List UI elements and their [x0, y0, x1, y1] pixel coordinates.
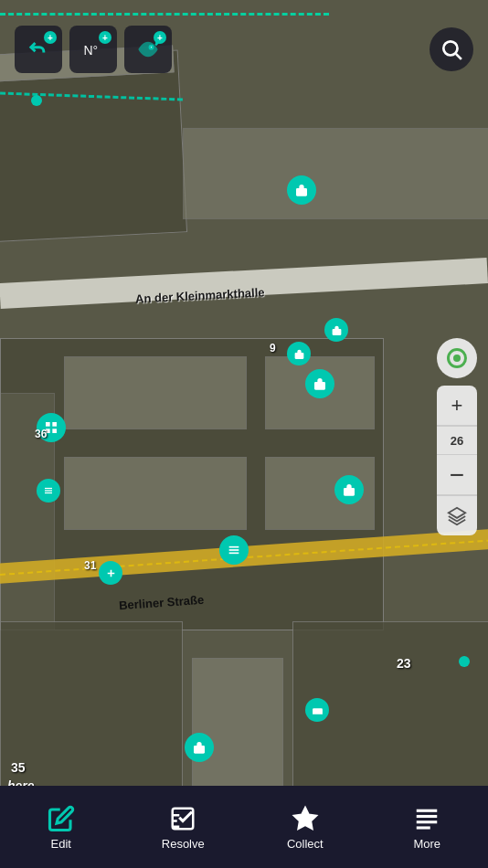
node-add-badge: [99, 31, 111, 44]
svg-point-18: [150, 46, 154, 49]
bottom-navigation: Edit Resolve Collect: [0, 786, 488, 868]
svg-point-19: [443, 41, 457, 55]
marker-label-23: 23: [397, 656, 411, 671]
map-marker-6[interactable]: [37, 479, 60, 503]
toolbar-left-buttons: N°: [15, 26, 172, 73]
svg-rect-2: [332, 328, 341, 334]
map-marker-8[interactable]: [219, 535, 249, 565]
svg-rect-1: [294, 352, 303, 358]
map-marker-9[interactable]: [99, 561, 122, 585]
map-marker-7[interactable]: [334, 475, 364, 504]
zoom-level-display: 26: [437, 426, 477, 455]
shape-add-badge: [154, 31, 166, 44]
svg-rect-7: [52, 429, 57, 433]
map-marker-2[interactable]: [287, 342, 311, 365]
svg-rect-4: [46, 422, 50, 427]
more-icon: [412, 804, 441, 833]
edit-icon: [47, 804, 76, 833]
svg-rect-15: [314, 709, 316, 711]
marker-label-9: 9: [270, 342, 276, 355]
zoom-out-button[interactable]: −: [437, 455, 477, 495]
top-toolbar: N°: [0, 26, 488, 73]
collect-label: Collect: [287, 837, 324, 851]
svg-marker-21: [449, 507, 465, 517]
map-marker-12[interactable]: [185, 733, 214, 762]
svg-rect-16: [194, 746, 205, 754]
layers-button[interactable]: [437, 495, 477, 535]
marker-label-35: 35: [11, 760, 26, 775]
svg-rect-11: [344, 488, 355, 496]
search-button[interactable]: [430, 27, 473, 71]
zoom-in-button[interactable]: +: [437, 386, 477, 426]
undo-add-badge: [44, 31, 57, 44]
svg-rect-5: [52, 422, 57, 427]
resolve-icon: [168, 804, 197, 833]
map-controls: + 26 −: [437, 338, 477, 535]
map-marker-3[interactable]: [324, 318, 348, 342]
more-label: More: [413, 837, 440, 851]
node-add-button[interactable]: N°: [69, 26, 117, 73]
nav-item-more[interactable]: More: [366, 804, 489, 851]
map-background[interactable]: An der Kleinmarkthalle Berliner Straße h…: [0, 0, 488, 804]
svg-text:N°: N°: [84, 43, 99, 58]
marker-label-36: 36: [35, 428, 47, 440]
dashed-line-green: [0, 13, 329, 16]
location-button[interactable]: [437, 338, 477, 378]
collect-icon: [291, 804, 320, 833]
nav-item-edit[interactable]: Edit: [0, 804, 122, 851]
map-dot-1: [31, 95, 42, 106]
map-dot-2: [459, 656, 470, 667]
svg-rect-3: [314, 382, 325, 390]
map-marker-1[interactable]: [287, 175, 316, 205]
shape-add-button[interactable]: [124, 26, 172, 73]
edit-label: Edit: [51, 837, 71, 851]
map-marker-11[interactable]: [305, 698, 329, 722]
nav-item-collect[interactable]: Collect: [244, 804, 366, 851]
nav-item-resolve[interactable]: Resolve: [122, 804, 245, 851]
svg-marker-26: [293, 807, 316, 829]
svg-line-20: [456, 54, 461, 59]
zoom-controls-panel: + 26 −: [437, 386, 477, 535]
svg-rect-0: [296, 188, 307, 196]
location-dot: [447, 348, 467, 368]
undo-add-button[interactable]: [15, 26, 62, 73]
resolve-label: Resolve: [162, 837, 205, 851]
marker-label-31: 31: [84, 559, 96, 572]
map-marker-4[interactable]: [305, 369, 334, 398]
